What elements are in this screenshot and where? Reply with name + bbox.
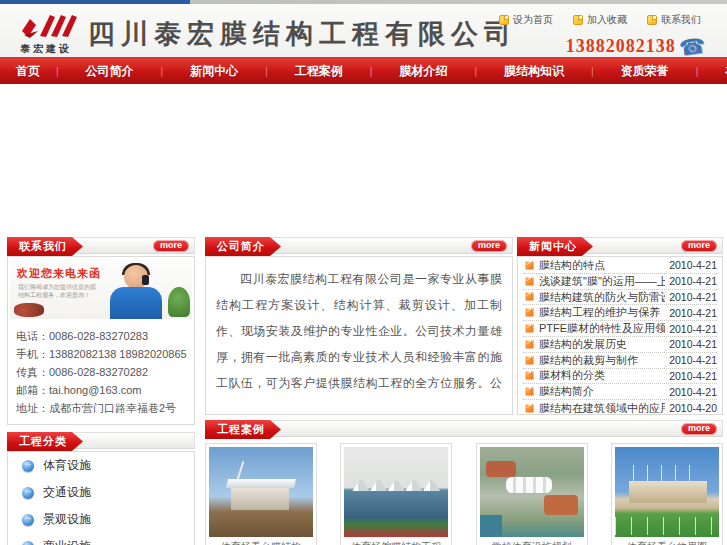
- customer-service-person-image: [108, 263, 164, 319]
- flowers-image: [14, 303, 44, 317]
- cases-ribbon: 工程案例: [205, 420, 281, 439]
- nav-item-cases[interactable]: 工程案例: [268, 63, 370, 80]
- about-title: 公司简介: [217, 239, 265, 254]
- news-item[interactable]: 膜结构工程的维护与保养2010-4-21: [523, 305, 717, 321]
- welcome-text: 欢迎您来电来函: [17, 266, 101, 281]
- news-panel: 膜结构的特点2010-4-21 浅谈建筑"膜"的运用——上篇2010-4-21 …: [517, 256, 723, 415]
- nav-item-home[interactable]: 首页: [0, 63, 56, 80]
- news-item[interactable]: 膜结构的发展历史2010-4-21: [523, 337, 717, 353]
- news-title: 新闻中心: [529, 239, 577, 254]
- contact-more-button[interactable]: more: [153, 240, 189, 252]
- news-more-button[interactable]: more: [681, 240, 717, 252]
- quick-links: 设为首页 加入收藏 联系我们: [499, 13, 701, 27]
- category-item-sports[interactable]: 体育设施: [8, 452, 194, 479]
- header: 泰宏建设 四川泰宏膜结构工程有限公司 设为首页 加入收藏 联系我们 138820…: [0, 4, 727, 57]
- nav-item-about[interactable]: 公司简介: [59, 63, 161, 80]
- customer-service-banner: 欢迎您来电来函 我们将竭诚为您提供优质的膜结构工程服务，欢迎垂询！: [10, 259, 192, 319]
- case-photo-stadium: [344, 447, 448, 537]
- news-item[interactable]: 膜结构在建筑领域中的应用2010-4-20: [523, 400, 717, 416]
- logo-text: 泰宏建设: [20, 42, 90, 56]
- membrane-peaks: [352, 479, 440, 491]
- category-item-landscape[interactable]: 景观设施: [8, 506, 194, 533]
- nav-item-knowledge[interactable]: 膜结构知识: [477, 63, 591, 80]
- news-ribbon: 新闻中心: [517, 237, 593, 256]
- news-arrow-icon: [525, 340, 534, 349]
- news-arrow-icon: [525, 292, 534, 301]
- contact-panel: 欢迎您来电来函 我们将竭诚为您提供优质的膜结构工程服务，欢迎垂询！ 电话：008…: [7, 256, 195, 425]
- news-arrow-icon: [525, 371, 534, 380]
- case-photo-aerial-complex: [480, 447, 584, 537]
- news-item[interactable]: 浅谈建筑"膜"的运用——上篇2010-4-21: [523, 274, 717, 290]
- arrow-ball-icon: [22, 541, 34, 545]
- categories-panel: 体育设施 交通设施 景观设施 商业设施 文化设施: [7, 451, 195, 545]
- cases-more-button[interactable]: more: [681, 423, 717, 435]
- news-arrow-icon: [525, 356, 534, 365]
- contact-row-phone: 电话：0086-028-83270283: [16, 327, 186, 345]
- case-caption: 体育场看台效果图: [615, 537, 719, 545]
- case-card[interactable]: 学校体育设施规划: [476, 443, 588, 545]
- set-homepage-link[interactable]: 设为首页: [499, 13, 553, 27]
- company-logo: 泰宏建设: [20, 11, 90, 57]
- news-item[interactable]: 膜结构的裁剪与制作2010-4-21: [523, 353, 717, 369]
- news-item[interactable]: 膜材料的分类2010-4-21: [523, 369, 717, 385]
- news-arrow-icon: [525, 277, 534, 286]
- running-track: [544, 495, 578, 515]
- pitch-lines: [615, 517, 719, 535]
- news-arrow-icon: [525, 261, 534, 270]
- case-caption: 学校体育设施规划: [480, 537, 584, 545]
- contact-section-header: 联系我们 more: [7, 237, 195, 254]
- running-track: [486, 461, 516, 477]
- contact-row-email: 邮箱：tai.hong@163.com: [16, 381, 186, 399]
- about-more-button[interactable]: more: [471, 240, 507, 252]
- news-arrow-icon: [525, 324, 534, 333]
- quick-link-label: 设为首页: [513, 13, 553, 27]
- telephone-icon: ☎: [677, 34, 706, 58]
- case-photo-grandstand: [209, 447, 313, 537]
- about-ribbon: 公司简介: [205, 237, 281, 256]
- news-item[interactable]: 膜结构建筑的防火与防雷设计2010-4-21: [523, 290, 717, 306]
- nav-item-news[interactable]: 新闻中心: [163, 63, 265, 80]
- arrow-ball-icon: [22, 460, 34, 472]
- case-caption: 体育场馆膜结构工程: [344, 537, 448, 545]
- case-card[interactable]: 体育场看台效果图: [611, 443, 723, 545]
- person-headset: [142, 275, 149, 285]
- contact-ribbon: 联系我们: [7, 237, 83, 256]
- cases-section-header: 工程案例 more: [205, 420, 723, 437]
- company-intro-text: 四川泰宏膜结构工程有限公司是一家专业从事膜结构工程方案设计、结构计算、裁剪设计、…: [206, 257, 512, 399]
- news-item[interactable]: PTFE膜材的特性及应用领域2010-4-21: [523, 321, 717, 337]
- logo-mark-icon: [20, 11, 82, 41]
- category-item-commercial[interactable]: 商业设施: [8, 533, 194, 545]
- arrow-ball-icon: [22, 514, 34, 526]
- banner-small-text: 我们将竭诚为您提供优质的膜结构工程服务，欢迎垂询！: [18, 283, 96, 299]
- about-panel: 四川泰宏膜结构工程有限公司是一家专业从事膜结构工程方案设计、结构计算、裁剪设计、…: [205, 256, 513, 415]
- note-icon: [647, 15, 657, 25]
- categories-title: 工程分类: [19, 434, 67, 449]
- contact-info: 电话：0086-028-83270283 手机：13882082138 1898…: [8, 321, 194, 417]
- stand-base: [231, 488, 289, 510]
- case-photo-pitch-grandstand: [615, 447, 719, 537]
- contact-us-link[interactable]: 联系我们: [647, 13, 701, 27]
- cases-title: 工程案例: [217, 422, 265, 437]
- contact-row-fax: 传真：0086-028-83270282: [16, 363, 186, 381]
- arrow-ball-icon: [22, 487, 34, 499]
- nav-item-message[interactable]: 在线留言: [698, 63, 727, 80]
- case-card[interactable]: 体育场看台膜结构: [205, 443, 317, 545]
- cases-gallery: 体育场看台膜结构 体育场馆膜结构工程 学校体育设施规划 体育场看台效果图: [205, 443, 723, 545]
- nav-item-honors[interactable]: 资质荣誉: [594, 63, 696, 80]
- plant-image: [168, 287, 190, 317]
- categories-section-header: 工程分类: [7, 432, 195, 449]
- news-item[interactable]: 膜结构的特点2010-4-21: [523, 258, 717, 274]
- company-title: 四川泰宏膜结构工程有限公司: [88, 16, 517, 52]
- news-item[interactable]: 膜结构简介2010-4-21: [523, 384, 717, 400]
- news-arrow-icon: [525, 404, 534, 413]
- news-arrow-icon: [525, 387, 534, 396]
- person-shirt: [110, 287, 162, 319]
- water: [480, 515, 502, 537]
- case-caption: 体育场看台膜结构: [209, 537, 313, 545]
- case-card[interactable]: 体育场馆膜结构工程: [340, 443, 452, 545]
- note-icon: [573, 15, 583, 25]
- news-section-header: 新闻中心 more: [517, 237, 723, 254]
- add-favorite-link[interactable]: 加入收藏: [573, 13, 627, 27]
- nav-item-materials[interactable]: 膜材介绍: [372, 63, 474, 80]
- category-item-traffic[interactable]: 交通设施: [8, 479, 194, 506]
